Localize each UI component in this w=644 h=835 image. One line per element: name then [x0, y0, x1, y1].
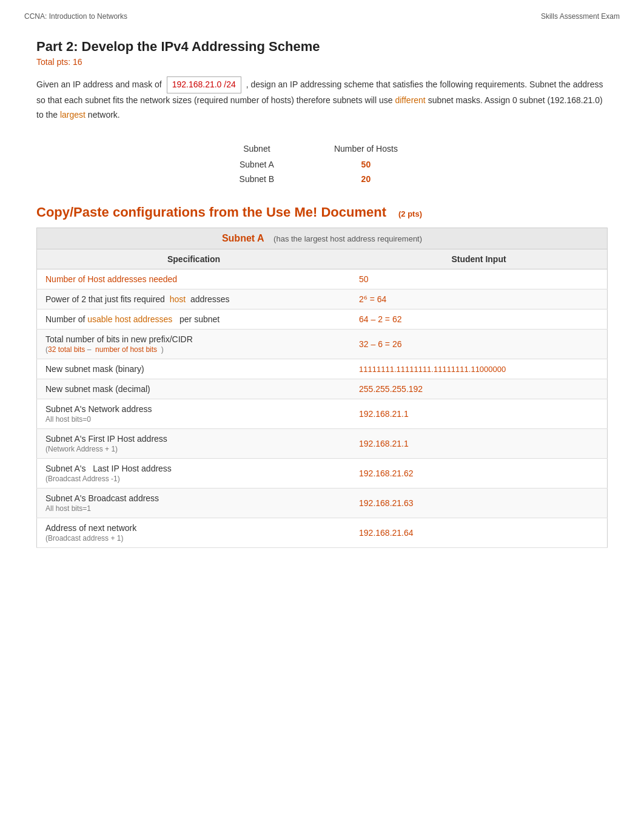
subnet-a-title-cell: Subnet A (has the largest host address r… [37, 228, 608, 249]
spec-host-addresses: Number of Host addresses needed [37, 269, 351, 289]
val-network-addr: 192.168.21.1 [351, 399, 607, 429]
subnet-row-b: Subnet B 20 [213, 172, 431, 186]
intro-before-ip: Given an IP address and mask of [36, 79, 162, 89]
col-spec-header: Specification [37, 249, 351, 269]
row-broadcast: Subnet A's Broadcast address All host bi… [37, 488, 608, 518]
val-broadcast: 192.168.21.63 [351, 488, 607, 518]
spec-last-host: Subnet A's Last IP Host address (Broadca… [37, 459, 351, 488]
part-title: Part 2: Develop the IPv4 Addressing Sche… [36, 39, 608, 55]
header-left: CCNA: Introduction to Networks [24, 12, 127, 21]
val-last-host: 192.168.21.62 [351, 459, 607, 488]
val-host-addresses: 50 [351, 269, 607, 289]
main-content: Part 2: Develop the IPv4 Addressing Sche… [0, 27, 644, 572]
spec-network-addr: Subnet A's Network address All host bits… [37, 399, 351, 429]
header-right: Skills Assessment Exam [541, 12, 620, 21]
row-power-of-2: Power of 2 that just fits required host … [37, 289, 608, 309]
spec-usable-hosts: Number of usable host addresses per subn… [37, 309, 351, 330]
spec-broadcast: Subnet A's Broadcast address All host bi… [37, 488, 351, 518]
pts-badge: (2 pts) [398, 209, 422, 218]
spec-mask-decimal: New subnet mask (decimal) [37, 379, 351, 399]
total-pts: Total pts: 16 [36, 57, 608, 67]
row-total-bits: Total number of bits in new prefix/CIDR … [37, 330, 608, 359]
page-header: CCNA: Introduction to Networks Skills As… [0, 0, 644, 27]
val-power-of-2: 2⁶ = 64 [351, 289, 607, 309]
row-first-host: Subnet A's First IP Host address (Networ… [37, 429, 608, 459]
row-mask-decimal: New subnet mask (decimal) 255.255.255.19… [37, 379, 608, 399]
row-host-addresses: Number of Host addresses needed 50 [37, 269, 608, 289]
intro-after-largest: network. [88, 110, 120, 120]
subnet-a-label: Subnet A [213, 157, 301, 172]
val-mask-decimal: 255.255.255.192 [351, 379, 607, 399]
col-subnet-header: Subnet [213, 140, 301, 157]
val-total-bits: 32 – 6 = 26 [351, 330, 607, 359]
row-last-host: Subnet A's Last IP Host address (Broadca… [37, 459, 608, 488]
subnet-a-subtitle: (has the largest host address requiremen… [273, 234, 422, 243]
row-network-addr: Subnet A's Network address All host bits… [37, 399, 608, 429]
subnet-a-hosts: 50 [301, 157, 431, 172]
subnet-b-hosts: 20 [301, 172, 431, 186]
intro-different: different [395, 95, 425, 105]
val-next-network: 192.168.21.64 [351, 518, 607, 548]
col-hosts-header: Number of Hosts [301, 140, 431, 157]
val-mask-binary: 11111111.11111111.11111111.11000000 [351, 359, 607, 379]
subnet-a-table: Subnet A (has the largest host address r… [36, 228, 608, 548]
spec-next-network: Address of next network (Broadcast addre… [37, 518, 351, 548]
subnet-a-title: Subnet A [222, 233, 264, 243]
subnet-row-a: Subnet A 50 [213, 157, 431, 172]
spec-first-host: Subnet A's First IP Host address (Networ… [37, 429, 351, 459]
spec-host-addresses-text: Number of Host addresses needed [45, 274, 177, 284]
subnet-overview: Subnet Number of Hosts Subnet A 50 Subne… [213, 140, 431, 186]
subnet-b-label: Subnet B [213, 172, 301, 186]
intro-paragraph: Given an IP address and mask of 192.168.… [36, 76, 608, 122]
spec-total-bits: Total number of bits in new prefix/CIDR … [37, 330, 351, 359]
copy-paste-title: Copy/Paste configurations from the Use M… [36, 205, 386, 220]
val-first-host: 192.168.21.1 [351, 429, 607, 459]
intro-largest: largest [60, 110, 86, 120]
subnet-overview-table: Subnet Number of Hosts Subnet A 50 Subne… [213, 140, 431, 186]
ip-mask-box: 192.168.21.0 /24 [167, 76, 241, 93]
row-next-network: Address of next network (Broadcast addre… [37, 518, 608, 548]
row-mask-binary: New subnet mask (binary) 11111111.111111… [37, 359, 608, 379]
col-input-header: Student Input [351, 249, 607, 269]
spec-power-of-2: Power of 2 that just fits required host … [37, 289, 351, 309]
copy-paste-heading: Copy/Paste configurations from the Use M… [36, 205, 608, 220]
spec-mask-binary: New subnet mask (binary) [37, 359, 351, 379]
row-usable-hosts: Number of usable host addresses per subn… [37, 309, 608, 330]
val-usable-hosts: 64 – 2 = 62 [351, 309, 607, 330]
